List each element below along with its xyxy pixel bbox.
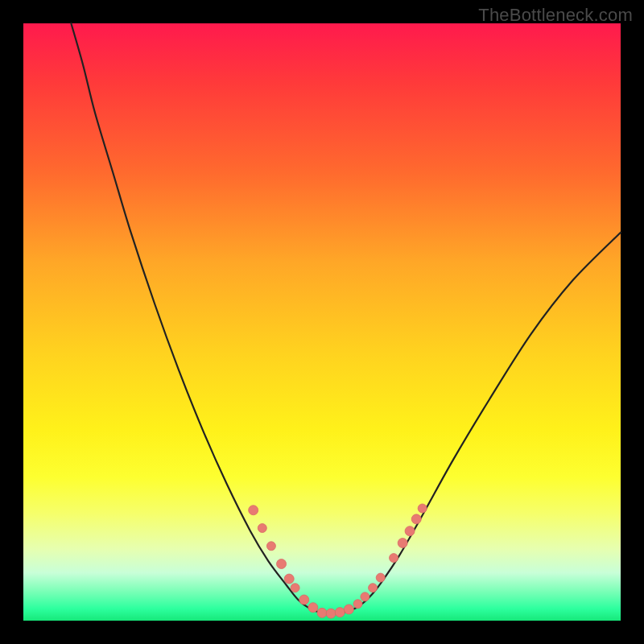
curve-marker [258, 523, 266, 532]
curve-marker [344, 605, 353, 614]
curve-marker [390, 554, 398, 563]
curve-marker [411, 514, 421, 524]
bottleneck-curve [71, 23, 621, 613]
chart-svg [23, 23, 621, 621]
curve-marker [335, 608, 345, 617]
curve-marker [266, 542, 275, 551]
curve-marker [369, 584, 378, 592]
curve-marker [308, 603, 318, 613]
watermark-text: TheBottleneck.com [478, 5, 633, 26]
curve-marker [353, 600, 362, 609]
curve-marker [299, 595, 309, 605]
chart-frame: TheBottleneck.com [0, 0, 644, 644]
curve-marker [317, 608, 327, 617]
curve-marker [418, 504, 427, 513]
curve-markers [249, 504, 427, 618]
curve-marker [277, 559, 287, 569]
curve-marker [398, 539, 407, 548]
curve-marker [405, 526, 415, 536]
curve-marker [291, 584, 299, 592]
curve-marker [361, 592, 369, 601]
curve-marker [284, 574, 294, 584]
curve-marker [376, 573, 385, 582]
curve-marker [249, 506, 258, 515]
curve-marker [326, 609, 336, 618]
